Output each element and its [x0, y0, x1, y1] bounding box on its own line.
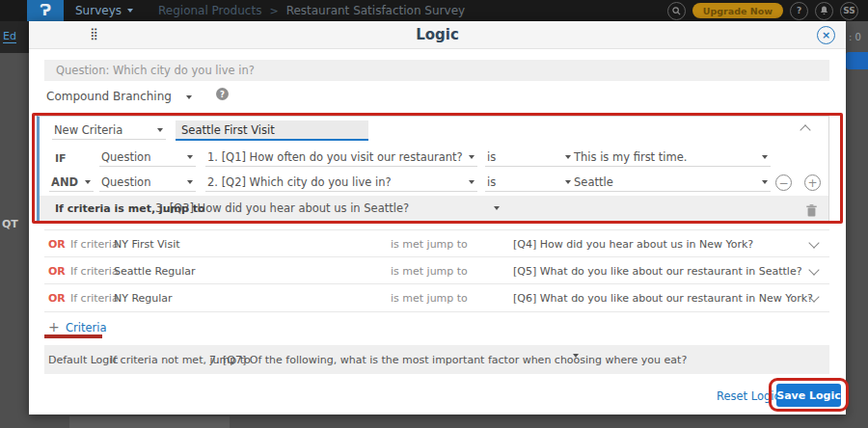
- if-criteria-label: If criteria: [70, 265, 119, 278]
- or-label: OR: [48, 238, 66, 251]
- chevron-down-icon[interactable]: [808, 264, 819, 275]
- background-counter-fragment: : 0: [849, 32, 861, 42]
- navbar-actions: Upgrade Now ? SS: [667, 2, 868, 20]
- screen: Ɂ Surveys Regional Products > Restaurant…: [0, 0, 868, 428]
- plus-circle-icon[interactable]: +: [804, 174, 821, 191]
- help-circle-icon[interactable]: ?: [216, 88, 229, 100]
- if-value-label: This is my first time.: [574, 150, 687, 164]
- or-criteria-row[interactable]: OR If criteria NY First Visit is met jum…: [44, 229, 829, 257]
- met-jump-label: is met jump to: [391, 292, 468, 305]
- and-operator-label: is: [487, 175, 496, 189]
- if-criteria-label: If criteria: [70, 292, 119, 305]
- branching-type-dropdown[interactable]: Compound Branching: [46, 90, 172, 103]
- question-context-bar: Question: Which city do you live in?: [44, 60, 829, 81]
- caret-down-icon: [762, 180, 768, 184]
- upgrade-now-button[interactable]: Upgrade Now: [692, 3, 783, 18]
- caret-down-icon: [494, 206, 500, 210]
- background-edit-link[interactable]: Ed: [3, 30, 16, 43]
- default-target-dropdown[interactable]: 7. [Q7] Of the following, what is the mo…: [209, 354, 687, 366]
- and-source-dropdown[interactable]: Question: [99, 174, 196, 192]
- jump-to-dropdown[interactable]: 3. [Q3] How did you hear about us in Sea…: [153, 200, 502, 217]
- and-value-dropdown[interactable]: Seattle: [572, 174, 771, 192]
- met-jump-label: is met jump to: [391, 238, 468, 251]
- jump-to-row: If criteria is met, jump to 3. [Q3] How …: [40, 196, 828, 222]
- criteria-target: [Q4] How did you hear about us in New Yo…: [513, 238, 753, 251]
- chevron-up-icon[interactable]: [800, 124, 810, 135]
- reset-logic-link[interactable]: Reset Logic: [717, 389, 780, 403]
- if-question-dropdown[interactable]: 1. [Q1] How often do you visit our resta…: [205, 149, 477, 167]
- logic-modal: ⣿ Logic × Question: Which city do you li…: [29, 21, 846, 415]
- and-value-label: Seattle: [574, 175, 613, 189]
- chevron-down-icon[interactable]: [808, 237, 819, 248]
- caret-down-icon[interactable]: [186, 95, 192, 99]
- plus-icon: +: [48, 320, 60, 334]
- criteria-name: NY Regular: [114, 292, 173, 305]
- default-logic-label: Default Logic: [48, 354, 118, 366]
- or-label: OR: [48, 292, 66, 305]
- modal-title: Logic: [29, 21, 846, 48]
- if-operator-label: is: [487, 150, 496, 164]
- criteria-name: Seattle Regular: [114, 265, 196, 278]
- background-button-fragment: [846, 52, 868, 69]
- caret-down-icon: [565, 155, 571, 159]
- if-label: IF: [55, 152, 67, 165]
- criteria-select-label: New Criteria: [54, 123, 122, 137]
- default-logic-bar: Default Logic If criteria not met, jump …: [44, 345, 829, 374]
- caret-down-icon: [187, 180, 193, 184]
- if-operator-dropdown[interactable]: is: [485, 149, 574, 167]
- caret-down-icon: [469, 180, 475, 184]
- caret-down-icon: [85, 180, 91, 184]
- caret-down-icon[interactable]: [573, 354, 579, 358]
- search-icon[interactable]: [667, 2, 686, 20]
- modal-header: ⣿ Logic ×: [29, 21, 846, 49]
- met-jump-label: is met jump to: [391, 265, 468, 278]
- if-criteria-label: If criteria: [70, 238, 119, 251]
- if-source-dropdown[interactable]: Question: [99, 149, 196, 167]
- nav-surveys-menu[interactable]: Surveys: [75, 4, 133, 17]
- or-criteria-row[interactable]: OR If criteria Seattle Regular is met ju…: [44, 256, 829, 284]
- background-question-fragment: QT: [2, 218, 18, 230]
- breadcrumb-parent[interactable]: Regional Products: [158, 4, 261, 17]
- criteria-select-dropdown[interactable]: New Criteria: [52, 122, 166, 140]
- breadcrumb-survey-title: Restaurant Satisfaction Survey: [286, 4, 466, 17]
- and-operator-select[interactable]: is: [485, 174, 574, 192]
- breadcrumb-separator: >: [269, 5, 278, 17]
- criteria-name: NY First Visit: [114, 238, 180, 251]
- and-question-label: 2. [Q2] Which city do you live in?: [207, 175, 392, 189]
- caret-down-icon: [469, 155, 475, 159]
- and-operator-dropdown[interactable]: AND: [49, 174, 94, 192]
- save-logic-button[interactable]: Save Logic: [776, 384, 841, 407]
- nav-surveys-label: Surveys: [75, 4, 122, 17]
- caret-down-icon: [187, 155, 193, 159]
- caret-down-icon: [762, 155, 768, 159]
- caret-down-icon: [157, 128, 163, 132]
- criteria-editor-card: New Criteria IF Question 1. [Q1] How oft…: [37, 116, 829, 224]
- background-content-fragment: [69, 416, 230, 428]
- bell-icon[interactable]: [815, 2, 833, 20]
- criteria-target: [Q5] What do you like about our restaura…: [513, 265, 802, 278]
- top-navbar: Ɂ Surveys Regional Products > Restaurant…: [0, 0, 868, 21]
- if-source-label: Question: [101, 150, 150, 164]
- minus-circle-icon[interactable]: −: [775, 174, 792, 191]
- and-source-label: Question: [101, 175, 150, 189]
- caret-down-icon: [127, 9, 133, 13]
- trash-icon[interactable]: [806, 202, 817, 221]
- add-criteria-label: Criteria: [66, 321, 107, 334]
- help-icon[interactable]: ?: [790, 2, 808, 20]
- if-question-label: 1. [Q1] How often do you visit our resta…: [207, 150, 463, 164]
- criteria-name-input[interactable]: [176, 120, 368, 141]
- caret-down-icon: [565, 180, 571, 184]
- or-criteria-row[interactable]: OR If criteria NY Regular is met jump to…: [44, 283, 829, 312]
- branching-type-row: Compound Branching ?: [44, 88, 829, 105]
- or-label: OR: [48, 265, 66, 278]
- close-icon[interactable]: ×: [817, 26, 835, 44]
- brand-glyph: Ɂ: [40, 2, 51, 19]
- and-question-dropdown[interactable]: 2. [Q2] Which city do you live in?: [205, 174, 477, 192]
- if-value-dropdown[interactable]: This is my first time.: [572, 149, 771, 167]
- avatar[interactable]: SS: [840, 2, 858, 20]
- jump-to-value: 3. [Q3] How did you hear about us in Sea…: [155, 201, 409, 215]
- and-label: AND: [51, 175, 78, 189]
- criteria-target: [Q6] What do you like about our restaura…: [513, 292, 813, 305]
- brand-logo[interactable]: Ɂ: [27, 0, 64, 21]
